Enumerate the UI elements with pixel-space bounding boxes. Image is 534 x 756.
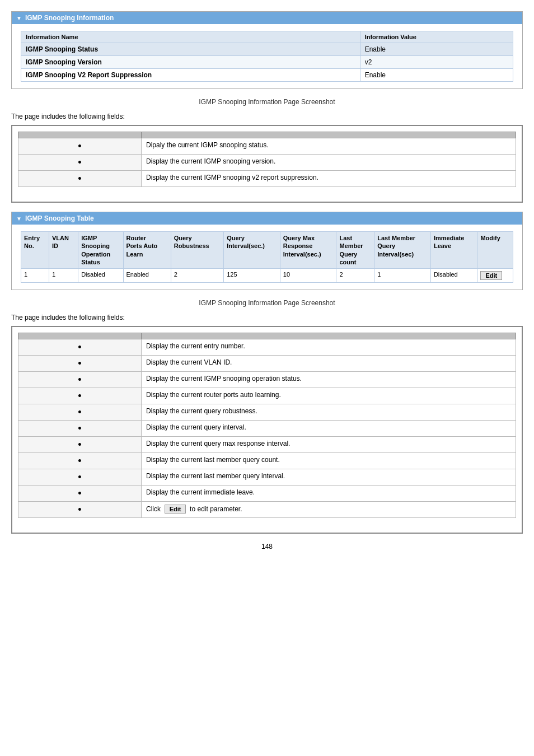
field-bullet-cell: • bbox=[18, 469, 142, 486]
snoop-table-header: Query Robustness bbox=[171, 232, 223, 269]
snoop-table-header: Query Interval(sec.) bbox=[224, 232, 280, 269]
snoop-table-cell: 1 bbox=[49, 269, 78, 283]
field-bullet-cell: • bbox=[18, 138, 142, 155]
snoop-table-header: Immediate Leave bbox=[430, 232, 477, 269]
table-row: IGMP Snooping StatusEnable bbox=[21, 43, 513, 56]
snoop-table-cell: 125 bbox=[224, 269, 280, 283]
table-fields-col1-header bbox=[18, 333, 142, 339]
list-item: •Display the current IGMP snooping opera… bbox=[18, 372, 516, 388]
field-desc-cell: Display the current query interval. bbox=[142, 421, 516, 437]
list-item: •Click Edit to edit parameter. bbox=[18, 502, 516, 518]
field-desc-cell: Display the current query robustness. bbox=[142, 404, 516, 421]
info-value-cell: Enable bbox=[360, 69, 513, 82]
field-bullet-cell: • bbox=[18, 437, 142, 453]
info-value-cell: Enable bbox=[360, 43, 513, 56]
table-fields-col2-header bbox=[142, 333, 516, 339]
igmp-table-fields-container: •Display the current entry number.•Displ… bbox=[11, 326, 523, 534]
igmp-info-panel-header: ▼ IGMP Snooping Information bbox=[12, 12, 522, 24]
info-name-cell: IGMP Snooping Status bbox=[21, 43, 360, 56]
snoop-table-cell: 1 bbox=[374, 269, 431, 283]
igmp-info-table: Information Name Information Value IGMP … bbox=[21, 31, 513, 82]
field-bullet-cell: • bbox=[18, 372, 142, 388]
igmp-table-caption: IGMP Snooping Information Page Screensho… bbox=[11, 299, 523, 307]
field-bullet-cell: • bbox=[18, 356, 142, 372]
igmp-table-panel: ▼ IGMP Snooping Table Entry No.VLAN IDIG… bbox=[11, 212, 523, 290]
table-row: 11DisabledEnabled21251021DisabledEdit bbox=[21, 269, 513, 283]
field-desc-cell: Display the current last member query in… bbox=[142, 469, 516, 486]
field-desc-cell: Click Edit to edit parameter. bbox=[142, 502, 516, 518]
snoop-table-header: Query Max Response Interval(sec.) bbox=[280, 232, 336, 269]
field-bullet-cell: • bbox=[18, 421, 142, 437]
snoop-table-header: IGMP Snooping Operation Status bbox=[78, 232, 123, 269]
field-desc-cell: Display the current IGMP snooping v2 rep… bbox=[142, 171, 516, 187]
info-name-cell: IGMP Snooping V2 Report Suppression bbox=[21, 69, 360, 82]
snoop-table-cell: 2 bbox=[171, 269, 223, 283]
igmp-table-includes-text: The page includes the following fields: bbox=[11, 314, 523, 321]
igmp-info-fields-container: •Dipaly the current IGMP snooping status… bbox=[11, 125, 523, 203]
list-item: •Display the current query max response … bbox=[18, 437, 516, 453]
igmp-table-fields-table: •Display the current entry number.•Displ… bbox=[18, 333, 516, 518]
snoop-table-header: Entry No. bbox=[21, 232, 49, 269]
field-bullet-cell: • bbox=[18, 404, 142, 421]
list-item: •Display the current last member query i… bbox=[18, 469, 516, 486]
snoop-modify-cell: Edit bbox=[477, 269, 513, 283]
igmp-table-panel-body: Entry No.VLAN IDIGMP Snooping Operation … bbox=[12, 225, 522, 290]
edit-button[interactable]: Edit bbox=[480, 271, 502, 280]
igmp-table-panel-header: ▼ IGMP Snooping Table bbox=[12, 212, 522, 225]
table-row: IGMP Snooping V2 Report SuppressionEnabl… bbox=[21, 69, 513, 82]
snoop-table-header: Last Member Query Interval(sec) bbox=[374, 232, 431, 269]
field-bullet-cell: • bbox=[18, 502, 142, 518]
list-item: •Display the current IGMP snooping v2 re… bbox=[18, 171, 516, 187]
igmp-info-fields-table: •Dipaly the current IGMP snooping status… bbox=[18, 132, 516, 187]
field-desc-cell: Display the current last member query co… bbox=[142, 453, 516, 469]
info-col1-header: Information Name bbox=[21, 31, 360, 43]
snoop-table-cell: 2 bbox=[336, 269, 374, 283]
field-bullet-cell: • bbox=[18, 486, 142, 502]
igmp-info-panel-body: Information Name Information Value IGMP … bbox=[12, 24, 522, 88]
fields-col1-header bbox=[18, 132, 142, 138]
list-item: •Display the current router ports auto l… bbox=[18, 388, 516, 404]
field-desc-cell: Display the current immediate leave. bbox=[142, 486, 516, 502]
list-item: •Display the current query robustness. bbox=[18, 404, 516, 421]
field-desc-cell: Display the current IGMP snooping operat… bbox=[142, 372, 516, 388]
igmp-info-includes-text: The page includes the following fields: bbox=[11, 113, 523, 120]
table-row: IGMP Snooping Versionv2 bbox=[21, 56, 513, 69]
field-bullet-cell: • bbox=[18, 171, 142, 187]
igmp-info-panel-title: IGMP Snooping Information bbox=[25, 14, 114, 22]
list-item: •Display the current last member query c… bbox=[18, 453, 516, 469]
info-value-cell: v2 bbox=[360, 56, 513, 69]
field-desc-cell: Dipaly the current IGMP snooping status. bbox=[142, 138, 516, 155]
field-desc-cell: Display the current IGMP snooping versio… bbox=[142, 155, 516, 171]
snoop-table-cell: 10 bbox=[280, 269, 336, 283]
snoop-table-header: Last Member Query count bbox=[336, 232, 374, 269]
list-item: •Display the current query interval. bbox=[18, 421, 516, 437]
snoop-table-cell: Disabled bbox=[430, 269, 477, 283]
igmp-info-panel: ▼ IGMP Snooping Information Information … bbox=[11, 11, 523, 89]
snoop-table-cell: Disabled bbox=[78, 269, 123, 283]
igmp-table-arrow-icon: ▼ bbox=[16, 216, 22, 222]
fields-col2-header bbox=[142, 132, 516, 138]
field-desc-cell: Display the current entry number. bbox=[142, 339, 516, 356]
edit-button-inline[interactable]: Edit bbox=[165, 505, 186, 514]
field-bullet-cell: • bbox=[18, 339, 142, 356]
field-desc-cell: Display the current router ports auto le… bbox=[142, 388, 516, 404]
list-item: •Display the current immediate leave. bbox=[18, 486, 516, 502]
info-col2-header: Information Value bbox=[360, 31, 513, 43]
field-bullet-cell: • bbox=[18, 155, 142, 171]
snoop-table-cell: Enabled bbox=[123, 269, 171, 283]
field-bullet-cell: • bbox=[18, 453, 142, 469]
snoop-table-header: Modify bbox=[477, 232, 513, 269]
page-number: 148 bbox=[11, 543, 523, 550]
igmp-snoop-table: Entry No.VLAN IDIGMP Snooping Operation … bbox=[21, 231, 513, 283]
field-desc-cell: Display the current VLAN ID. bbox=[142, 356, 516, 372]
table-row: Entry No.VLAN IDIGMP Snooping Operation … bbox=[21, 232, 513, 269]
list-item: •Display the current entry number. bbox=[18, 339, 516, 356]
info-name-cell: IGMP Snooping Version bbox=[21, 56, 360, 69]
snoop-table-header: Router Ports Auto Learn bbox=[123, 232, 171, 269]
snoop-table-cell: 1 bbox=[21, 269, 49, 283]
list-item: •Display the current VLAN ID. bbox=[18, 356, 516, 372]
igmp-info-arrow-icon: ▼ bbox=[16, 15, 22, 21]
igmp-info-caption: IGMP Snooping Information Page Screensho… bbox=[11, 98, 523, 106]
list-item: •Dipaly the current IGMP snooping status… bbox=[18, 138, 516, 155]
igmp-table-panel-title: IGMP Snooping Table bbox=[25, 214, 94, 222]
